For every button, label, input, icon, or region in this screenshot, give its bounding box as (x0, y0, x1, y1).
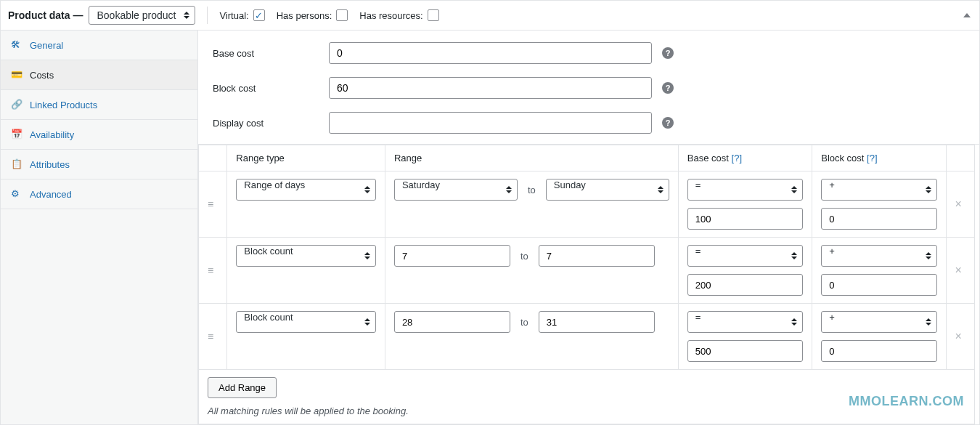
help-icon[interactable]: ? (662, 47, 674, 59)
panel-header: Product data — Bookable product Virtual:… (1, 1, 979, 31)
panel-title: Product data — (8, 9, 83, 21)
has-resources-checkbox-label: Has resources: (359, 9, 438, 21)
base-cost-value-input[interactable] (687, 340, 803, 362)
base-cost-value-input[interactable] (687, 274, 803, 296)
display-cost-label: Display cost (213, 118, 329, 129)
has-persons-label-text: Has persons: (277, 10, 332, 21)
add-range-button[interactable]: Add Range (208, 377, 277, 398)
content: Base cost ? Block cost ? Display cost ? (198, 31, 979, 424)
sidebar-item-label: Costs (30, 70, 54, 81)
gear-icon: ⚙ (11, 188, 23, 200)
cost-form: Base cost ? Block cost ? Display cost ? (198, 31, 979, 145)
sidebar-item-label: Advanced (30, 189, 72, 200)
display-cost-input[interactable] (329, 112, 652, 134)
range-to-label: to (528, 185, 536, 195)
sidebar-item-attributes[interactable]: 📋Attributes (1, 150, 197, 179)
cost-rule-row: ≡ Range of days Saturday to Sunday = + × (199, 171, 975, 238)
collapse-panel-icon[interactable] (963, 13, 971, 17)
virtual-checkbox-label: Virtual: (219, 9, 264, 21)
base-cost-input[interactable] (329, 42, 652, 64)
sidebar: 🛠General💳Costs🔗Linked Products📅Availabil… (1, 31, 198, 424)
rules-footer-note: All matching rules will be applied to th… (208, 405, 965, 416)
drag-handle-icon[interactable]: ≡ (208, 331, 213, 342)
range-type-select[interactable]: Block count (236, 245, 376, 267)
sidebar-item-advanced[interactable]: ⚙Advanced (1, 179, 197, 209)
remove-row-icon[interactable]: × (955, 264, 962, 276)
panel-body: 🛠General💳Costs🔗Linked Products📅Availabil… (1, 31, 979, 424)
range-to-select[interactable]: Sunday (546, 179, 669, 201)
block-cost-value-input[interactable] (821, 208, 936, 230)
sidebar-item-label: Availability (30, 129, 74, 140)
range-header: Range (394, 153, 422, 164)
help-icon[interactable]: ? (662, 117, 674, 129)
has-resources-checkbox[interactable] (428, 9, 439, 21)
list-icon: 📋 (11, 158, 23, 170)
drag-header (199, 145, 227, 171)
block-cost-value-input[interactable] (821, 340, 936, 362)
base-cost-help-link[interactable]: [?] (732, 153, 742, 164)
base-cost-header: Base cost (687, 153, 729, 164)
rules-section: Range type Range Base cost [?] Block cos… (198, 145, 979, 424)
base-cost-op-select[interactable]: = (687, 179, 803, 201)
block-cost-label: Block cost (213, 83, 329, 94)
base-cost-value-input[interactable] (687, 208, 803, 230)
virtual-label-text: Virtual: (219, 10, 248, 21)
block-cost-input[interactable] (329, 77, 652, 99)
base-cost-label: Base cost (213, 48, 329, 59)
range-to-input[interactable] (539, 245, 655, 267)
cost-rule-row: ≡ Block count to = + × (199, 304, 975, 370)
calendar-icon: 📅 (11, 129, 23, 140)
product-data-panel: Product data — Bookable product Virtual:… (0, 0, 980, 425)
remove-row-icon[interactable]: × (955, 330, 962, 342)
sidebar-item-label: Linked Products (30, 100, 97, 110)
virtual-checkbox[interactable] (253, 9, 265, 21)
range-type-select[interactable]: Range of days (236, 179, 376, 201)
block-cost-op-select[interactable]: + (821, 179, 936, 201)
cost-rule-row: ≡ Block count to = + × (199, 238, 975, 304)
block-cost-op-select[interactable]: + (821, 245, 936, 267)
has-persons-checkbox-label: Has persons: (277, 9, 348, 21)
sidebar-item-costs[interactable]: 💳Costs (1, 60, 197, 90)
header-separator (207, 7, 208, 24)
product-type-value: Bookable product (89, 6, 195, 25)
range-to-label: to (520, 317, 528, 328)
block-cost-op-select[interactable]: + (821, 311, 936, 333)
range-type-select[interactable]: Block count (236, 311, 376, 333)
block-cost-help-link[interactable]: [?] (867, 153, 877, 164)
rules-footer: Add Range All matching rules will be app… (199, 370, 975, 424)
wrench-icon: 🛠 (11, 39, 23, 51)
range-to-label: to (520, 251, 528, 262)
remove-row-icon[interactable]: × (955, 198, 962, 210)
drag-handle-icon[interactable]: ≡ (208, 198, 213, 210)
sidebar-item-availability[interactable]: 📅Availability (1, 120, 197, 150)
has-persons-checkbox[interactable] (336, 9, 348, 21)
card-icon: 💳 (11, 69, 23, 81)
sidebar-item-linked-products[interactable]: 🔗Linked Products (1, 90, 197, 120)
sidebar-item-label: General (30, 40, 63, 51)
sidebar-item-general[interactable]: 🛠General (1, 31, 197, 60)
block-cost-header: Block cost (821, 153, 864, 164)
base-cost-op-select[interactable]: = (687, 311, 803, 333)
base-cost-op-select[interactable]: = (687, 245, 803, 267)
sidebar-item-label: Attributes (30, 159, 70, 170)
delete-header (946, 145, 974, 171)
block-cost-value-input[interactable] (821, 274, 936, 296)
range-to-input[interactable] (539, 311, 655, 333)
range-from-input[interactable] (394, 311, 510, 333)
range-from-select[interactable]: Saturday (394, 179, 518, 201)
help-icon[interactable]: ? (662, 82, 674, 94)
range-type-header: Range type (236, 153, 285, 164)
link-icon: 🔗 (11, 99, 23, 110)
range-from-input[interactable] (394, 245, 510, 267)
drag-handle-icon[interactable]: ≡ (208, 265, 213, 276)
product-type-select[interactable]: Bookable product (89, 8, 195, 23)
has-resources-label-text: Has resources: (359, 10, 422, 21)
cost-rules-table: Range type Range Base cost [?] Block cos… (198, 145, 975, 424)
